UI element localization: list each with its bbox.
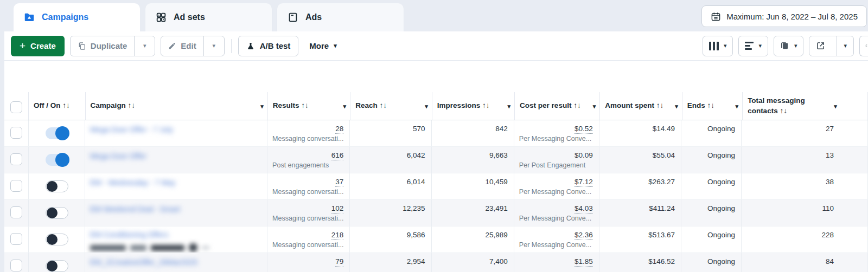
- column-menu-caret[interactable]: ▾: [343, 102, 347, 110]
- header-contacts-label: Total messaging contacts ↑↓: [748, 96, 834, 115]
- create-button[interactable]: + Create: [11, 36, 65, 56]
- tab-ad-sets[interactable]: Ad sets: [145, 3, 272, 31]
- cost-value[interactable]: $4.03: [575, 204, 593, 213]
- results-value[interactable]: 28: [335, 125, 343, 134]
- export-split-button: ▾: [809, 36, 854, 56]
- results-value[interactable]: 37: [335, 178, 343, 187]
- tab-campaigns[interactable]: Campaigns: [14, 3, 140, 31]
- cost-value[interactable]: $0.52: [575, 125, 593, 134]
- more-button[interactable]: More ▾: [304, 41, 342, 50]
- results-value[interactable]: 102: [331, 204, 344, 213]
- campaign-toggle-on[interactable]: [46, 154, 68, 166]
- chevron-down-icon: ▾: [758, 42, 762, 49]
- reach-value: 9,586: [350, 226, 431, 252]
- duplicate-button[interactable]: Duplicate: [71, 36, 135, 56]
- campaign-name-blurred[interactable]: EM Conditioning Offers: [85, 230, 168, 239]
- results-value[interactable]: 616: [331, 151, 344, 160]
- results-value[interactable]: 218: [331, 231, 344, 240]
- header-campaign-label: Campaign ↑↓: [91, 101, 257, 111]
- header-cost-per-result[interactable]: Cost per result ↑↓▾: [515, 92, 600, 120]
- reach-value: 6,014: [350, 173, 431, 199]
- column-menu-caret[interactable]: ▾: [675, 102, 678, 110]
- export-caret[interactable]: ▾: [837, 36, 853, 56]
- header-results[interactable]: Results ↑↓▾: [268, 92, 350, 120]
- cost-value[interactable]: $2.36: [575, 231, 593, 240]
- export-button[interactable]: [809, 36, 832, 56]
- column-menu-caret[interactable]: ▾: [736, 102, 739, 110]
- campaign-toggle-off[interactable]: [46, 234, 68, 245]
- clipped-icon: [865, 41, 868, 50]
- campaign-toggle-on[interactable]: [46, 127, 68, 139]
- column-menu-caret[interactable]: ▾: [260, 102, 264, 110]
- edit-label: Edit: [181, 41, 196, 50]
- header-campaign[interactable]: Campaign ↑↓▾: [86, 92, 268, 120]
- contacts-value: 13: [742, 147, 868, 173]
- date-range-label: Maximum: Jun 8, 2022 – Jul 8, 2025: [726, 12, 858, 21]
- row-checkbox[interactable]: [10, 153, 22, 165]
- table-row: EM - Wednesday - 7 May 37Messaging conve…: [4, 173, 868, 200]
- reports-icon: [780, 41, 789, 50]
- campaign-name-blurred[interactable]: EM - Wednesday - 7 May: [85, 178, 176, 187]
- header-ends[interactable]: Ends ↑↓▾: [682, 92, 743, 120]
- results-type-label: Messaging conversati...: [267, 212, 343, 222]
- campaigns-panel: + Create Duplicate ▾ Edit ▾ A/B test Mor…: [4, 31, 868, 272]
- edit-caret[interactable]: ▾: [203, 36, 224, 56]
- header-select-all: [4, 92, 29, 120]
- more-label: More: [309, 41, 329, 50]
- row-checkbox[interactable]: [10, 180, 22, 192]
- row-checkbox[interactable]: [10, 233, 22, 245]
- table-row: EM_2CreativeOffer_26Mar2025 79 2,954 7,4…: [4, 253, 868, 272]
- header-ends-label: Ends ↑↓: [687, 101, 731, 111]
- campaign-toggle-off[interactable]: [46, 180, 68, 192]
- ab-test-button[interactable]: A/B test: [238, 36, 299, 56]
- header-off-on[interactable]: Off / On ↑↓: [29, 92, 86, 120]
- campaign-name-blurred[interactable]: Mega Door Offer - 7 July: [85, 125, 173, 134]
- tab-ads[interactable]: Ads: [277, 3, 404, 31]
- results-value[interactable]: 79: [335, 257, 343, 267]
- cost-value[interactable]: $1.85: [575, 257, 593, 267]
- view-tabs: Campaigns Ad sets Ads: [14, 3, 404, 31]
- header-reach[interactable]: Reach ↑↓▾: [350, 92, 432, 120]
- cost-type-label: Per Messaging Conve...: [514, 186, 593, 196]
- chevron-down-icon: ▾: [724, 42, 727, 49]
- column-menu-caret[interactable]: ▾: [593, 102, 596, 110]
- campaign-name-blurred[interactable]: EM Weekend Deal - Smart: [85, 205, 180, 213]
- ab-test-label: A/B test: [260, 41, 291, 50]
- select-all-checkbox[interactable]: [10, 101, 22, 113]
- breakdown-button[interactable]: ▾: [738, 36, 768, 56]
- row-checkbox[interactable]: [10, 127, 22, 139]
- header-results-label: Results ↑↓: [273, 101, 339, 111]
- spent-value: $513.67: [599, 226, 681, 252]
- ads-page-icon: [287, 11, 299, 23]
- row-checkbox[interactable]: [10, 206, 22, 218]
- edit-button[interactable]: Edit: [161, 36, 203, 56]
- cost-value[interactable]: $0.09: [575, 151, 593, 159]
- table-row: Mega Door Offer - 7 July 28Messaging con…: [4, 120, 868, 147]
- export-icon: [816, 41, 825, 50]
- header-amount-spent[interactable]: Amount spent ↑↓▾: [600, 92, 682, 120]
- column-menu-caret[interactable]: ▾: [834, 102, 837, 110]
- impressions-value: 10,459: [432, 173, 514, 199]
- toolbar-edge-button[interactable]: [859, 36, 868, 56]
- ends-value: Ongoing: [681, 120, 742, 146]
- campaign-name-blurred[interactable]: Mega Door Offer: [85, 152, 146, 160]
- columns-button[interactable]: ▾: [703, 36, 733, 56]
- duplicate-label: Duplicate: [91, 41, 127, 50]
- column-menu-caret[interactable]: ▾: [425, 102, 428, 110]
- cost-value[interactable]: $7.12: [575, 178, 593, 187]
- row-checkbox[interactable]: [10, 260, 22, 271]
- campaign-toggle-off[interactable]: [46, 260, 68, 272]
- column-menu-caret[interactable]: ▾: [508, 102, 511, 110]
- reports-button[interactable]: ▾: [774, 36, 804, 56]
- campaign-name-blurred[interactable]: EM_2CreativeOffer_26Mar2025: [85, 258, 197, 267]
- cost-type-label: Per Messaging Conve...: [514, 212, 593, 222]
- flask-icon: [246, 42, 255, 50]
- header-impressions-label: Impressions ↑↓: [437, 101, 503, 111]
- tab-campaigns-label: Campaigns: [42, 12, 88, 22]
- header-total-messaging-contacts[interactable]: Total messaging contacts ↑↓▾: [743, 92, 868, 120]
- campaign-toggle-off[interactable]: [46, 207, 68, 219]
- duplicate-caret[interactable]: ▾: [134, 36, 155, 56]
- cost-type-label: Per Post Engagement: [514, 159, 593, 169]
- header-impressions[interactable]: Impressions ↑↓▾: [432, 92, 515, 120]
- date-range-picker[interactable]: Maximum: Jun 8, 2022 – Jul 8, 2025: [701, 5, 867, 27]
